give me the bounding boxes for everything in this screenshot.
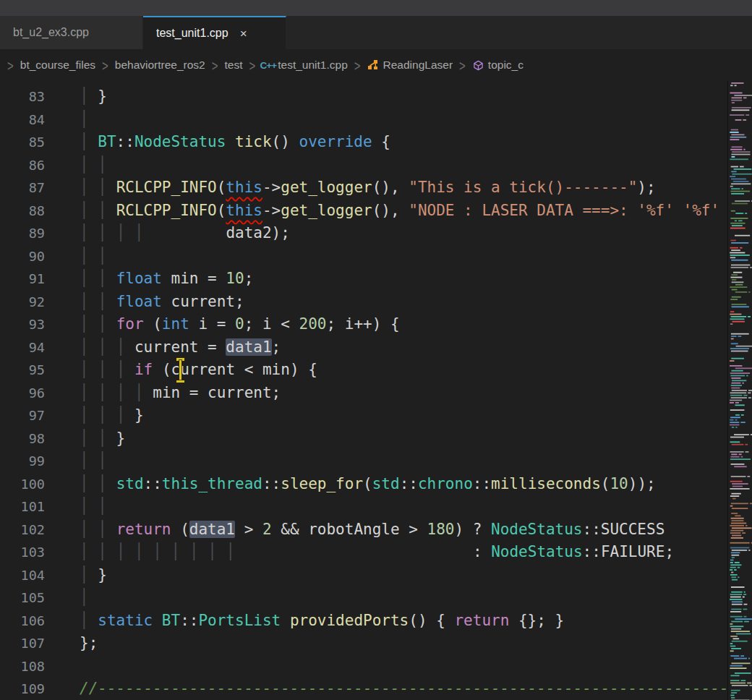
line-text: }; [80, 632, 98, 655]
code-line-95[interactable]: 95│ │ │ if (current < min) { [0, 359, 752, 382]
line-text: │ │ for (int i = 0; i < 200; i++) { [80, 313, 400, 336]
line-number: 108 [0, 655, 45, 678]
breadcrumb-label: topic_c [488, 59, 524, 72]
line-text: │ [80, 586, 89, 610]
code-line-90[interactable]: 90│ │ [0, 245, 752, 268]
breadcrumb-item-bt_course_files[interactable]: bt_course_files [20, 59, 95, 72]
line-number: 96 [0, 382, 45, 405]
code-line-107[interactable]: 107}; [0, 632, 752, 655]
code-line-87[interactable]: 87│ │ RCLCPP_INFO(this->get_logger(), "T… [0, 176, 752, 200]
line-number: 97 [0, 404, 45, 427]
line-text: │ │ return (data1 > 2 && robotAngle > 18… [80, 518, 665, 542]
line-number: 95 [0, 359, 45, 382]
code-line-108[interactable]: 108 [0, 655, 752, 678]
line-text: │ │ │ } [80, 404, 144, 427]
code-line-89[interactable]: 89│ │ │ │ data2); [0, 222, 752, 245]
line-number: 87 [0, 176, 45, 200]
breadcrumb-separator: > [354, 57, 361, 73]
line-number: 101 [0, 495, 45, 518]
breadcrumb-separator: > [249, 57, 256, 73]
code-line-103[interactable]: 103│ │ │ │ │ │ │ │ │ : NodeStatus::FAILU… [0, 541, 752, 564]
breadcrumb-item-test_unit1.cpp[interactable]: C++test_unit1.cpp [262, 59, 348, 72]
line-text: │ │ │ │ data2); [80, 222, 290, 245]
line-number: 84 [0, 108, 45, 132]
breadcrumb-item-behaviortree_ros2[interactable]: behaviortree_ros2 [115, 59, 205, 72]
code-line-98[interactable]: 98│ │ } [0, 427, 752, 451]
line-number: 106 [0, 610, 45, 633]
line-text: │ │ │ current = data1; [80, 336, 281, 359]
breadcrumb-label: behaviortree_ros2 [115, 59, 205, 72]
tab-bt_u2_ex3.cpp[interactable]: bt_u2_ex3.cpp [0, 16, 143, 49]
code-line-102[interactable]: 102│ │ return (data1 > 2 && robotAngle >… [0, 518, 752, 542]
code-line-91[interactable]: 91│ │ float min = 10; [0, 268, 752, 291]
line-number: 102 [0, 518, 45, 542]
line-number: 100 [0, 473, 45, 496]
breadcrumb-item-ReadingLaser[interactable]: ReadingLaser [367, 59, 453, 72]
line-text: │ │ float min = 10; [80, 268, 253, 291]
line-number: 105 [0, 586, 45, 610]
tab-bar: bt_u2_ex3.cpp test_unit1.cpp × [0, 16, 752, 49]
line-number: 86 [0, 154, 45, 177]
line-text: │ } [80, 85, 107, 108]
breadcrumb-item-test[interactable]: test [225, 59, 243, 72]
code-line-88[interactable]: 88│ │ RCLCPP_INFO(this->get_logger(), "N… [0, 200, 752, 223]
code-line-105[interactable]: 105│ [0, 586, 752, 610]
code-line-100[interactable]: 100│ │ std::this_thread::sleep_for(std::… [0, 473, 752, 496]
code-line-83[interactable]: 83│ } [0, 85, 752, 108]
line-text: │ │ │ │ min = current; [80, 382, 281, 405]
line-number: 89 [0, 222, 45, 245]
tab-test_unit1.cpp[interactable]: test_unit1.cpp × [143, 16, 286, 49]
close-icon[interactable]: × [240, 27, 247, 40]
line-number: 88 [0, 200, 45, 223]
code-editor[interactable]: 83│ }84│85│ BT::NodeStatus tick() overri… [0, 81, 752, 700]
line-text: │ │ float current; [80, 291, 244, 314]
code-line-94[interactable]: 94│ │ │ current = data1; [0, 336, 752, 359]
line-number: 85 [0, 131, 45, 154]
minimap[interactable] [727, 81, 752, 700]
code-line-84[interactable]: 84│ [0, 108, 752, 132]
line-text: //--------------------------------------… [80, 678, 752, 700]
breadcrumb-separator: > [459, 57, 466, 73]
breadcrumb-label: test [225, 59, 243, 72]
line-number: 98 [0, 427, 45, 451]
mouse-cursor-ibeam [175, 358, 186, 383]
line-text: │ │ │ │ │ │ │ │ │ : NodeStatus::FAILURE; [80, 541, 674, 564]
title-bar [0, 0, 752, 16]
code-line-97[interactable]: 97│ │ │ } [0, 404, 752, 427]
code-line-99[interactable]: 99│ │ [0, 450, 752, 473]
line-text: │ │ std::this_thread::sleep_for(std::chr… [80, 473, 656, 496]
code-line-93[interactable]: 93│ │ for (int i = 0; i < 200; i++) { [0, 313, 752, 336]
code-line-106[interactable]: 106│ static BT::PortsList providedPorts(… [0, 610, 752, 633]
tab-label: test_unit1.cpp [156, 27, 228, 40]
code-line-104[interactable]: 104│ } [0, 564, 752, 587]
line-number: 109 [0, 678, 45, 700]
breadcrumb-label: test_unit1.cpp [278, 59, 348, 72]
code-line-109[interactable]: 109//-----------------------------------… [0, 678, 752, 700]
code-line-101[interactable]: 101│ │ [0, 495, 752, 518]
line-text: │ │ │ if (current < min) { [80, 359, 317, 382]
class-symbol-icon [367, 59, 380, 72]
breadcrumb-item-topic_c[interactable]: topic_c [472, 59, 524, 72]
line-text: │ } [80, 564, 107, 587]
line-text: │ │ RCLCPP_INFO(this->get_logger(), "NOD… [80, 200, 752, 223]
code-line-92[interactable]: 92│ │ float current; [0, 291, 752, 314]
breadcrumb: >bt_course_files>behaviortree_ros2>test>… [0, 49, 752, 81]
line-text: │ │ [80, 154, 107, 177]
breadcrumb-label: ReadingLaser [383, 59, 453, 72]
line-number: 104 [0, 564, 45, 587]
line-number: 107 [0, 632, 45, 655]
line-number: 90 [0, 245, 45, 268]
line-number: 99 [0, 450, 45, 473]
line-text: │ [80, 108, 89, 132]
vscode-window: bt_u2_ex3.cpp test_unit1.cpp × >bt_cours… [0, 0, 752, 700]
line-number: 94 [0, 336, 45, 359]
code-line-85[interactable]: 85│ BT::NodeStatus tick() override { [0, 131, 752, 154]
line-number: 83 [0, 85, 45, 108]
code-line-86[interactable]: 86│ │ [0, 154, 752, 177]
cpp-file-icon: C++ [262, 59, 274, 72]
code-line-96[interactable]: 96│ │ │ │ min = current; [0, 382, 752, 405]
breadcrumb-separator: > [7, 57, 14, 73]
line-text: │ │ [80, 450, 107, 473]
line-number: 91 [0, 268, 45, 291]
field-symbol-icon [472, 59, 484, 72]
